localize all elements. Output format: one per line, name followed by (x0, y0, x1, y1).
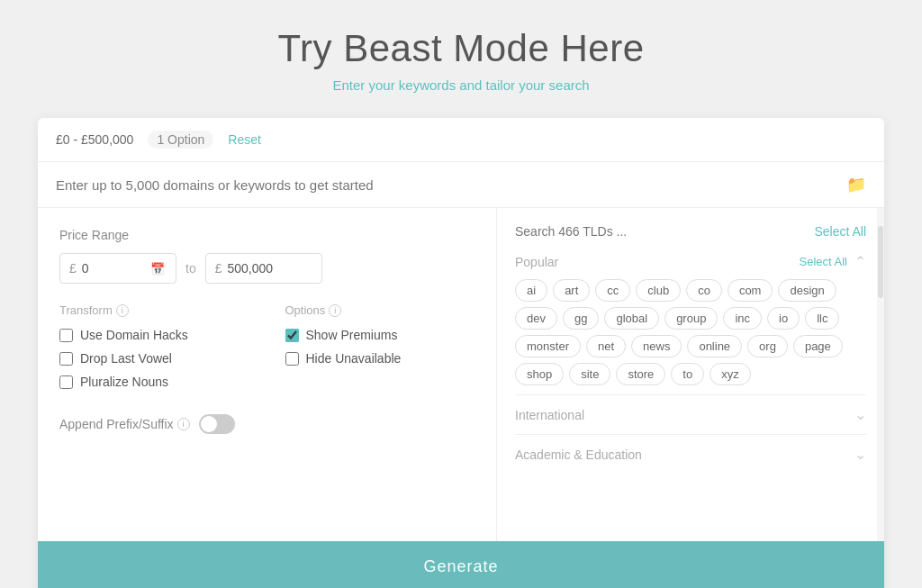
pluralize-nouns-checkbox[interactable]: Pluralize Nouns (59, 375, 249, 389)
min-price-input[interactable] (82, 261, 145, 276)
tld-tag-cc[interactable]: cc (595, 279, 630, 302)
keyword-search-row: 📁 (38, 162, 884, 208)
tld-tag-news[interactable]: news (631, 335, 682, 357)
options-title: Options i (285, 303, 475, 317)
hide-unavailable-input[interactable] (285, 352, 299, 366)
max-price-box: £ (205, 253, 322, 284)
show-premiums-input[interactable] (285, 329, 299, 342)
academic-label: Academic & Education (515, 448, 642, 462)
tld-tag-llc[interactable]: llc (805, 307, 839, 330)
card-body: Price Range £ 📅 to £ (38, 208, 884, 541)
tld-tag-design[interactable]: design (778, 279, 836, 302)
price-range-display: £0 - £500,000 (56, 132, 133, 147)
max-currency: £ (215, 261, 222, 276)
min-price-box: £ 📅 (59, 253, 176, 284)
transform-title: Transform i (59, 303, 249, 317)
right-panel: Select All Popular Select All ⌃ aiartccc… (497, 208, 884, 541)
tld-tag-site[interactable]: site (569, 363, 610, 385)
options-info-icon[interactable]: i (329, 304, 341, 317)
tld-tag-store[interactable]: store (616, 363, 665, 385)
tld-tag-ai[interactable]: ai (515, 279, 547, 302)
hide-unavailable-checkbox[interactable]: Hide Unavailable (285, 351, 475, 366)
generate-button[interactable]: Generate (38, 541, 884, 588)
tld-tag-gg[interactable]: gg (563, 307, 599, 330)
tld-search-row: Select All (515, 224, 866, 239)
use-domain-hacks-input[interactable] (59, 329, 73, 342)
tld-tag-com[interactable]: com (728, 279, 773, 302)
tld-tag-inc[interactable]: inc (723, 307, 762, 330)
tld-tag-global[interactable]: global (604, 307, 659, 330)
to-text: to (185, 261, 196, 276)
scrollbar[interactable] (877, 208, 884, 541)
show-premiums-checkbox[interactable]: Show Premiums (285, 328, 475, 342)
min-currency: £ (69, 261, 77, 276)
tld-tag-co[interactable]: co (686, 279, 722, 302)
max-price-input[interactable] (227, 261, 290, 276)
page-wrapper: Try Beast Mode Here Enter your keywords … (0, 0, 922, 588)
options-col: Options i Show Premiums Hide Unavailable (285, 303, 475, 398)
tld-tag-io[interactable]: io (767, 307, 800, 330)
transforms-options-row: Transform i Use Domain Hacks Drop Last V… (59, 303, 475, 398)
tld-tag-org[interactable]: org (747, 335, 788, 357)
popular-tld-tags: aiartccclubcocomdesigndevggglobalgroupin… (515, 279, 866, 385)
append-info-icon[interactable]: i (177, 418, 190, 430)
international-chevron-icon[interactable]: ⌄ (854, 406, 866, 423)
scrollbar-thumb (878, 226, 883, 298)
popular-chevron-icon[interactable]: ⌃ (854, 253, 866, 270)
international-label: International (515, 408, 584, 422)
tld-tag-to[interactable]: to (671, 363, 704, 385)
tld-tag-art[interactable]: art (553, 279, 590, 302)
tld-tag-group[interactable]: group (664, 307, 718, 330)
international-section[interactable]: International ⌄ (515, 394, 866, 434)
tld-tag-xyz[interactable]: xyz (710, 363, 751, 385)
popular-select-all-button[interactable]: Select All (800, 255, 847, 268)
reset-button[interactable]: Reset (228, 132, 261, 147)
popular-section-controls: Select All ⌃ (800, 253, 866, 270)
append-label: Append Prefix/Suffix i (59, 417, 190, 431)
page-title: Try Beast Mode Here (277, 27, 644, 70)
calculator-icon[interactable]: 📅 (150, 262, 165, 276)
tld-tag-online[interactable]: online (687, 335, 742, 357)
append-toggle[interactable] (199, 414, 235, 434)
pluralize-nouns-input[interactable] (59, 375, 73, 389)
popular-tld-section: Popular Select All ⌃ aiartccclubcocomdes… (515, 253, 866, 385)
popular-section-header: Popular Select All ⌃ (515, 253, 866, 270)
price-inputs: £ 📅 to £ (59, 253, 475, 284)
main-card: £0 - £500,000 1 Option Reset 📁 Price Ran… (38, 118, 884, 588)
append-row: Append Prefix/Suffix i (59, 414, 475, 434)
drop-last-vowel-input[interactable] (59, 352, 73, 366)
upload-icon[interactable]: 📁 (846, 175, 866, 194)
academic-chevron-icon[interactable]: ⌄ (854, 446, 866, 463)
left-panel: Price Range £ 📅 to £ (38, 208, 497, 541)
price-range-label: Price Range (59, 228, 475, 242)
use-domain-hacks-checkbox[interactable]: Use Domain Hacks (59, 328, 249, 342)
tld-select-all-button[interactable]: Select All (814, 224, 866, 239)
top-bar: £0 - £500,000 1 Option Reset (38, 118, 884, 162)
popular-label: Popular (515, 255, 558, 269)
page-subtitle: Enter your keywords and tailor your sear… (332, 77, 589, 93)
transform-info-icon[interactable]: i (116, 304, 129, 317)
keyword-search-input[interactable] (56, 177, 846, 193)
tld-search-input[interactable] (515, 224, 814, 239)
academic-education-section[interactable]: Academic & Education ⌄ (515, 434, 866, 474)
tld-tag-monster[interactable]: monster (515, 335, 581, 357)
tld-tag-club[interactable]: club (636, 279, 681, 302)
drop-last-vowel-checkbox[interactable]: Drop Last Vowel (59, 351, 249, 366)
tld-tag-net[interactable]: net (586, 335, 626, 357)
tld-tag-page[interactable]: page (793, 335, 843, 357)
option-count-badge: 1 Option (148, 131, 213, 149)
tld-tag-dev[interactable]: dev (515, 307, 557, 330)
tld-tag-shop[interactable]: shop (515, 363, 564, 385)
transform-col: Transform i Use Domain Hacks Drop Last V… (59, 303, 249, 398)
